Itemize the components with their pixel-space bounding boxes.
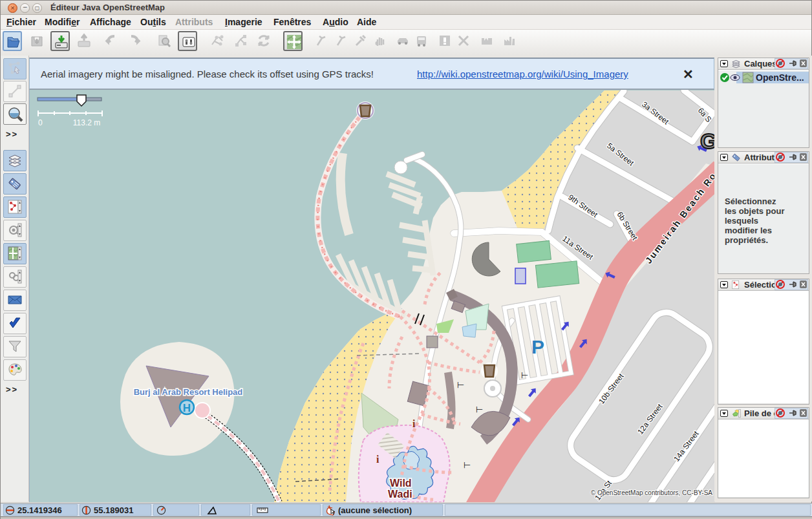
svg-text:Wild: Wild [390, 478, 412, 489]
svg-text:i: i [376, 454, 379, 465]
svg-text:P: P [531, 336, 544, 357]
svg-text:⊥: ⊥ [456, 381, 465, 388]
svg-text:⊥: ⊥ [475, 406, 484, 413]
svg-text:H: H [183, 402, 191, 414]
svg-text:0: 0 [38, 118, 43, 127]
svg-text:Burj al Arab Resort Helipad: Burj al Arab Resort Helipad [134, 387, 243, 397]
svg-text:113.2 m: 113.2 m [73, 118, 100, 127]
svg-text:⊥: ⊥ [520, 372, 529, 379]
svg-text:⊥: ⊥ [462, 461, 472, 469]
svg-text:© OpenStreetMap contributors,: © OpenStreetMap contributors, CC-BY-SA [591, 489, 713, 496]
svg-text:Wadi: Wadi [388, 489, 412, 500]
svg-text:i: i [412, 418, 416, 429]
